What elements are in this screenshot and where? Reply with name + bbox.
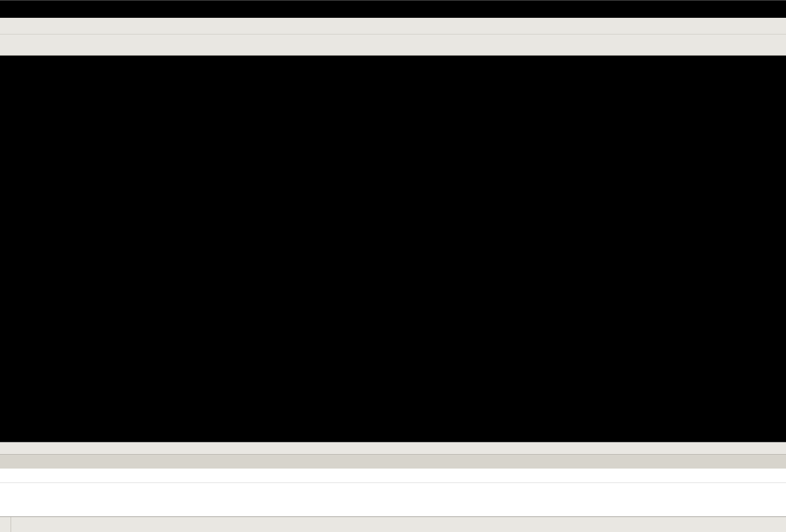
trade-panel-header xyxy=(0,469,786,483)
chart-area[interactable] xyxy=(0,56,786,442)
mt4-window xyxy=(0,0,786,532)
menu-bar xyxy=(0,18,786,35)
chart-tabs-bar xyxy=(0,454,786,469)
title-bar xyxy=(0,0,786,18)
trade-panel xyxy=(0,469,786,516)
status-count xyxy=(0,517,11,532)
status-bar xyxy=(0,516,786,532)
toolbar xyxy=(0,35,786,56)
candlestick-chart xyxy=(0,56,786,442)
time-axis[interactable] xyxy=(0,442,786,454)
